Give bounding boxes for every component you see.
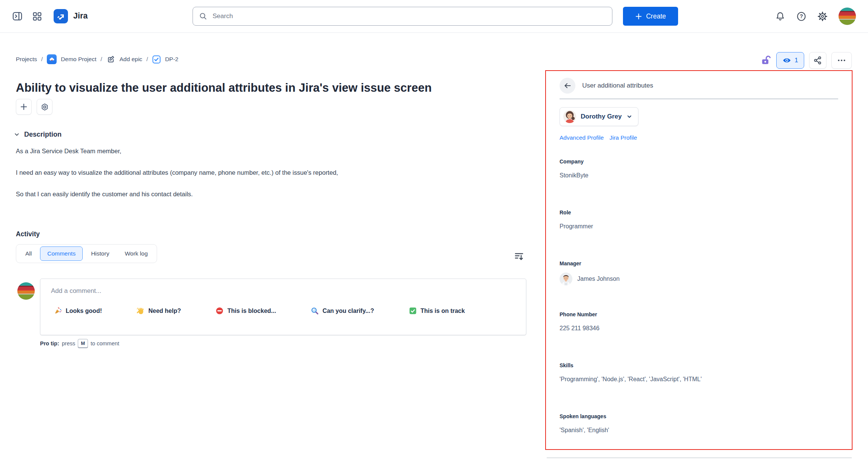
share-icon <box>813 56 822 65</box>
breadcrumb-projects[interactable]: Projects <box>16 56 37 63</box>
field-label: Company <box>560 159 838 165</box>
field-value: 'Spanish', 'English' <box>560 427 838 434</box>
description-heading: Description <box>24 131 62 139</box>
top-navigation-bar: Jira Create <box>0 0 868 33</box>
field-company: Company StonikByte <box>560 159 838 179</box>
field-value: 225 211 98346 <box>560 325 838 332</box>
breadcrumb-separator: / <box>100 56 102 63</box>
quick-reply-label: Can you clarify...? <box>322 308 374 314</box>
no-entry-icon <box>216 307 224 315</box>
sidebar-toggle-button[interactable] <box>11 10 23 22</box>
pro-tip-suffix: to comment <box>91 340 119 346</box>
dorothy-grey-avatar <box>563 110 576 123</box>
apps-button[interactable] <box>37 99 52 115</box>
quick-reply-label: Looks good! <box>66 308 102 314</box>
waving-hand-icon <box>137 307 145 315</box>
create-button-label: Create <box>646 12 666 20</box>
issue-actions: 1 <box>760 52 852 69</box>
issue-title-actions <box>16 99 52 115</box>
selected-user-name: Dorothy Grey <box>581 113 622 120</box>
keyboard-key-m: M <box>78 339 88 348</box>
user-avatar[interactable] <box>839 8 856 25</box>
create-button[interactable]: Create <box>623 7 678 26</box>
chevron-down-icon <box>626 114 632 120</box>
eye-icon <box>782 56 791 65</box>
settings-gear-icon[interactable] <box>817 11 828 22</box>
quick-reply-looks-good[interactable]: Looks good! <box>54 307 102 315</box>
help-icon[interactable]: ? <box>796 11 806 22</box>
breadcrumb-add-epic[interactable]: Add epic <box>120 56 142 63</box>
breadcrumb-separator: / <box>146 56 148 63</box>
add-button[interactable] <box>16 99 32 115</box>
tab-work-log[interactable]: Work log <box>117 246 155 261</box>
project-avatar-icon[interactable] <box>47 54 57 64</box>
description-paragraph: I need an easy way to visualize the addi… <box>16 168 522 177</box>
quick-reply-blocked[interactable]: This is blocked... <box>216 307 276 315</box>
comment-input-box[interactable]: Add a comment... Looks good! <box>40 279 526 335</box>
field-label: Manager <box>560 260 838 266</box>
jira-profile-link[interactable]: Jira Profile <box>609 134 637 141</box>
description-paragraph: So that I can easily identify the custom… <box>16 189 522 199</box>
quick-reply-label: This is on track <box>421 308 465 314</box>
tab-history[interactable]: History <box>84 246 116 261</box>
field-phone-number: Phone Number 225 211 98346 <box>560 311 838 332</box>
quick-reply-chips: Looks good! <box>54 307 465 315</box>
magnifier-icon <box>311 307 319 315</box>
breadcrumb-project[interactable]: Demo Project <box>61 56 96 63</box>
activity-tabs: All Comments History Work log <box>16 244 157 263</box>
jira-logo-icon[interactable] <box>54 9 68 23</box>
share-button[interactable] <box>809 52 826 69</box>
field-manager: Manager <box>560 260 838 285</box>
field-role: Role Programmer <box>560 209 838 230</box>
breadcrumb-issue-key[interactable]: DP-2 <box>165 56 178 63</box>
app-name[interactable]: Jira <box>73 11 88 21</box>
pro-tip-press: press <box>62 340 75 346</box>
breadcrumb: Projects / Demo Project / Add epic / DP-… <box>16 54 179 64</box>
field-label: Phone Number <box>560 311 838 317</box>
unlock-icon[interactable] <box>760 55 771 66</box>
more-actions-button[interactable] <box>831 52 852 69</box>
sort-comments-button[interactable] <box>513 250 526 263</box>
notifications-bell-icon[interactable] <box>775 11 785 22</box>
description-body[interactable]: As a Jira Service Desk Team member, I ne… <box>16 146 522 211</box>
quick-reply-on-track[interactable]: This is on track <box>409 307 465 315</box>
quick-reply-need-help[interactable]: Need help? <box>137 307 181 315</box>
jira-issue-view: Jira Create <box>0 0 868 465</box>
description-section-header[interactable]: Description <box>14 131 62 139</box>
field-value: Programmer <box>560 223 838 230</box>
topbar-right-icons: ? <box>775 0 856 32</box>
sidebar-expand-icon <box>12 11 23 22</box>
watchers-button[interactable]: 1 <box>776 52 804 69</box>
issue-title[interactable]: Ability to visualize the user additional… <box>16 80 522 95</box>
comment-placeholder: Add a comment... <box>51 287 101 295</box>
add-epic-edit-icon <box>106 55 116 64</box>
profile-links: Advanced Profile Jira Profile <box>560 134 838 141</box>
app-switcher-button[interactable] <box>32 11 42 22</box>
tab-all[interactable]: All <box>18 246 39 261</box>
field-label: Spoken languages <box>560 413 838 419</box>
breadcrumb-separator: / <box>41 56 43 63</box>
advanced-profile-link[interactable]: Advanced Profile <box>560 134 604 141</box>
issue-type-checkbox-icon <box>152 55 161 64</box>
field-label: Skills <box>560 362 838 368</box>
sort-descending-icon <box>514 251 524 262</box>
chevron-down-icon <box>14 131 20 138</box>
back-button[interactable] <box>560 78 575 94</box>
section-divider <box>547 457 852 458</box>
quick-reply-clarify[interactable]: Can you clarify...? <box>311 307 374 315</box>
field-value: James Johnson <box>577 276 620 282</box>
field-value: StonikByte <box>560 172 838 179</box>
tab-comments[interactable]: Comments <box>40 246 83 261</box>
search-input[interactable] <box>193 7 612 26</box>
user-selector-dropdown[interactable]: Dorothy Grey <box>560 107 638 126</box>
app-grid-icon <box>32 12 42 21</box>
field-spoken-languages: Spoken languages 'Spanish', 'English' <box>560 413 838 434</box>
panel-header: User additional attributes <box>560 78 838 94</box>
quick-reply-label: Need help? <box>148 308 181 314</box>
party-popper-icon <box>54 307 62 315</box>
field-skills: Skills 'Programming', 'Node.js', 'React'… <box>560 362 838 383</box>
ellipsis-icon <box>837 55 846 65</box>
james-johnson-avatar <box>560 273 572 285</box>
check-square-icon <box>409 307 417 315</box>
global-search <box>193 7 612 26</box>
